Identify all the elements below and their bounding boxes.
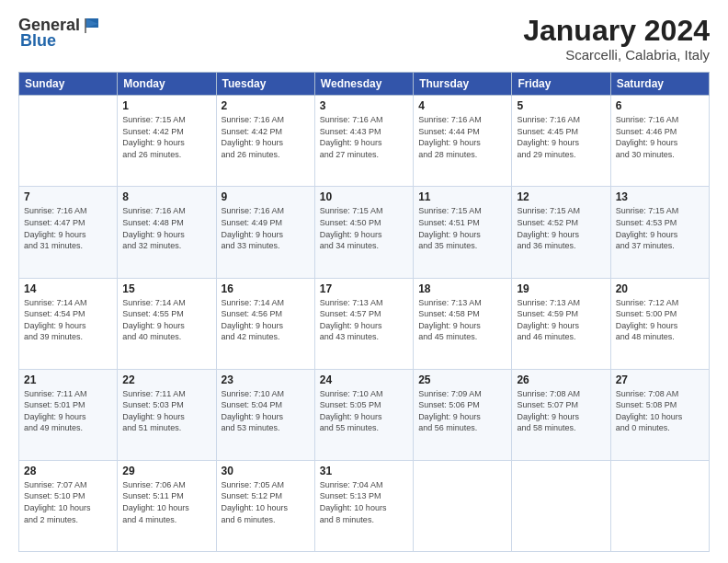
table-row: 7Sunrise: 7:16 AM Sunset: 4:47 PM Daylig… bbox=[19, 187, 118, 278]
day-info: Sunrise: 7:10 AM Sunset: 5:04 PM Dayligh… bbox=[222, 388, 310, 434]
day-info: Sunrise: 7:16 AM Sunset: 4:45 PM Dayligh… bbox=[517, 114, 605, 160]
day-info: Sunrise: 7:13 AM Sunset: 4:59 PM Dayligh… bbox=[517, 297, 605, 343]
logo-flag-icon bbox=[82, 15, 102, 35]
day-number: 10 bbox=[320, 190, 408, 203]
day-info: Sunrise: 7:16 AM Sunset: 4:43 PM Dayligh… bbox=[320, 114, 408, 160]
calendar-week-3: 14Sunrise: 7:14 AM Sunset: 4:54 PM Dayli… bbox=[19, 278, 710, 369]
day-number: 18 bbox=[418, 282, 506, 295]
table-row bbox=[610, 460, 709, 551]
day-number: 2 bbox=[222, 99, 310, 112]
day-number: 31 bbox=[320, 465, 408, 477]
table-row: 27Sunrise: 7:08 AM Sunset: 5:08 PM Dayli… bbox=[610, 369, 709, 460]
day-info: Sunrise: 7:11 AM Sunset: 5:03 PM Dayligh… bbox=[122, 388, 210, 434]
day-info: Sunrise: 7:16 AM Sunset: 4:47 PM Dayligh… bbox=[24, 205, 112, 251]
day-number: 16 bbox=[222, 282, 310, 295]
table-row: 9Sunrise: 7:16 AM Sunset: 4:49 PM Daylig… bbox=[216, 187, 314, 278]
day-number: 21 bbox=[24, 373, 112, 386]
day-number: 23 bbox=[222, 373, 310, 386]
day-info: Sunrise: 7:15 AM Sunset: 4:42 PM Dayligh… bbox=[122, 114, 210, 160]
day-info: Sunrise: 7:04 AM Sunset: 5:13 PM Dayligh… bbox=[320, 479, 408, 525]
table-row: 11Sunrise: 7:15 AM Sunset: 4:51 PM Dayli… bbox=[414, 187, 512, 278]
day-number: 11 bbox=[418, 190, 506, 203]
day-number: 9 bbox=[222, 190, 310, 203]
col-saturday: Saturday bbox=[610, 73, 709, 96]
day-info: Sunrise: 7:09 AM Sunset: 5:06 PM Dayligh… bbox=[418, 388, 506, 434]
table-row: 14Sunrise: 7:14 AM Sunset: 4:54 PM Dayli… bbox=[19, 278, 118, 369]
table-row: 12Sunrise: 7:15 AM Sunset: 4:52 PM Dayli… bbox=[512, 187, 610, 278]
calendar-week-1: 1Sunrise: 7:15 AM Sunset: 4:42 PM Daylig… bbox=[19, 96, 710, 187]
table-row: 28Sunrise: 7:07 AM Sunset: 5:10 PM Dayli… bbox=[19, 460, 118, 551]
table-row: 29Sunrise: 7:06 AM Sunset: 5:11 PM Dayli… bbox=[118, 460, 216, 551]
table-row: 8Sunrise: 7:16 AM Sunset: 4:48 PM Daylig… bbox=[118, 187, 216, 278]
table-row: 19Sunrise: 7:13 AM Sunset: 4:59 PM Dayli… bbox=[512, 278, 610, 369]
day-number: 14 bbox=[24, 282, 112, 295]
table-row: 20Sunrise: 7:12 AM Sunset: 5:00 PM Dayli… bbox=[610, 278, 709, 369]
day-number: 6 bbox=[616, 99, 704, 112]
day-info: Sunrise: 7:08 AM Sunset: 5:07 PM Dayligh… bbox=[517, 388, 605, 434]
table-row bbox=[414, 460, 512, 551]
logo-blue-text: Blue bbox=[20, 31, 56, 51]
day-info: Sunrise: 7:15 AM Sunset: 4:52 PM Dayligh… bbox=[517, 205, 605, 251]
day-info: Sunrise: 7:16 AM Sunset: 4:46 PM Dayligh… bbox=[616, 114, 704, 160]
day-number: 27 bbox=[616, 373, 704, 386]
page-title: January 2024 bbox=[523, 15, 710, 47]
table-row: 18Sunrise: 7:13 AM Sunset: 4:58 PM Dayli… bbox=[414, 278, 512, 369]
table-row: 4Sunrise: 7:16 AM Sunset: 4:44 PM Daylig… bbox=[414, 96, 512, 187]
day-info: Sunrise: 7:10 AM Sunset: 5:05 PM Dayligh… bbox=[320, 388, 408, 434]
table-row bbox=[512, 460, 610, 551]
table-row: 23Sunrise: 7:10 AM Sunset: 5:04 PM Dayli… bbox=[216, 369, 314, 460]
day-number: 19 bbox=[517, 282, 605, 295]
table-row: 3Sunrise: 7:16 AM Sunset: 4:43 PM Daylig… bbox=[314, 96, 413, 187]
day-info: Sunrise: 7:11 AM Sunset: 5:01 PM Dayligh… bbox=[24, 388, 112, 434]
day-number: 26 bbox=[517, 373, 605, 386]
title-block: January 2024 Scarcelli, Calabria, Italy bbox=[523, 15, 710, 63]
day-number: 1 bbox=[122, 99, 210, 112]
day-number: 3 bbox=[320, 99, 408, 112]
table-row: 1Sunrise: 7:15 AM Sunset: 4:42 PM Daylig… bbox=[118, 96, 216, 187]
table-row: 13Sunrise: 7:15 AM Sunset: 4:53 PM Dayli… bbox=[610, 187, 709, 278]
header: General Blue January 2024 Scarcelli, Cal… bbox=[18, 15, 710, 63]
col-tuesday: Tuesday bbox=[216, 73, 314, 96]
day-number: 30 bbox=[222, 465, 310, 477]
day-info: Sunrise: 7:16 AM Sunset: 4:48 PM Dayligh… bbox=[122, 205, 210, 251]
day-info: Sunrise: 7:08 AM Sunset: 5:08 PM Dayligh… bbox=[616, 388, 704, 434]
day-number: 22 bbox=[122, 373, 210, 386]
table-row: 15Sunrise: 7:14 AM Sunset: 4:55 PM Dayli… bbox=[118, 278, 216, 369]
table-row: 26Sunrise: 7:08 AM Sunset: 5:07 PM Dayli… bbox=[512, 369, 610, 460]
header-row: Sunday Monday Tuesday Wednesday Thursday… bbox=[19, 73, 710, 96]
col-friday: Friday bbox=[512, 73, 610, 96]
day-info: Sunrise: 7:14 AM Sunset: 4:55 PM Dayligh… bbox=[122, 297, 210, 343]
day-number: 12 bbox=[517, 190, 605, 203]
day-number: 4 bbox=[418, 99, 506, 112]
day-info: Sunrise: 7:16 AM Sunset: 4:44 PM Dayligh… bbox=[418, 114, 506, 160]
table-row: 31Sunrise: 7:04 AM Sunset: 5:13 PM Dayli… bbox=[314, 460, 413, 551]
table-row: 6Sunrise: 7:16 AM Sunset: 4:46 PM Daylig… bbox=[610, 96, 709, 187]
day-info: Sunrise: 7:13 AM Sunset: 4:57 PM Dayligh… bbox=[320, 297, 408, 343]
table-row: 17Sunrise: 7:13 AM Sunset: 4:57 PM Dayli… bbox=[314, 278, 413, 369]
page: General Blue January 2024 Scarcelli, Cal… bbox=[0, 0, 728, 563]
col-sunday: Sunday bbox=[19, 73, 118, 96]
day-number: 25 bbox=[418, 373, 506, 386]
table-row: 10Sunrise: 7:15 AM Sunset: 4:50 PM Dayli… bbox=[314, 187, 413, 278]
day-info: Sunrise: 7:14 AM Sunset: 4:54 PM Dayligh… bbox=[24, 297, 112, 343]
day-info: Sunrise: 7:15 AM Sunset: 4:53 PM Dayligh… bbox=[616, 205, 704, 251]
day-info: Sunrise: 7:14 AM Sunset: 4:56 PM Dayligh… bbox=[222, 297, 310, 343]
logo: General Blue bbox=[18, 15, 102, 51]
col-monday: Monday bbox=[118, 73, 216, 96]
day-info: Sunrise: 7:16 AM Sunset: 4:49 PM Dayligh… bbox=[222, 205, 310, 251]
calendar-table: Sunday Monday Tuesday Wednesday Thursday… bbox=[18, 72, 710, 552]
day-number: 8 bbox=[122, 190, 210, 203]
day-info: Sunrise: 7:13 AM Sunset: 4:58 PM Dayligh… bbox=[418, 297, 506, 343]
page-subtitle: Scarcelli, Calabria, Italy bbox=[523, 47, 710, 63]
calendar-week-5: 28Sunrise: 7:07 AM Sunset: 5:10 PM Dayli… bbox=[19, 460, 710, 551]
day-info: Sunrise: 7:16 AM Sunset: 4:42 PM Dayligh… bbox=[222, 114, 310, 160]
day-number: 13 bbox=[616, 190, 704, 203]
day-info: Sunrise: 7:15 AM Sunset: 4:51 PM Dayligh… bbox=[418, 205, 506, 251]
table-row: 16Sunrise: 7:14 AM Sunset: 4:56 PM Dayli… bbox=[216, 278, 314, 369]
day-number: 7 bbox=[24, 190, 112, 203]
day-number: 17 bbox=[320, 282, 408, 295]
table-row: 30Sunrise: 7:05 AM Sunset: 5:12 PM Dayli… bbox=[216, 460, 314, 551]
day-info: Sunrise: 7:05 AM Sunset: 5:12 PM Dayligh… bbox=[222, 479, 310, 525]
table-row: 25Sunrise: 7:09 AM Sunset: 5:06 PM Dayli… bbox=[414, 369, 512, 460]
calendar-week-2: 7Sunrise: 7:16 AM Sunset: 4:47 PM Daylig… bbox=[19, 187, 710, 278]
